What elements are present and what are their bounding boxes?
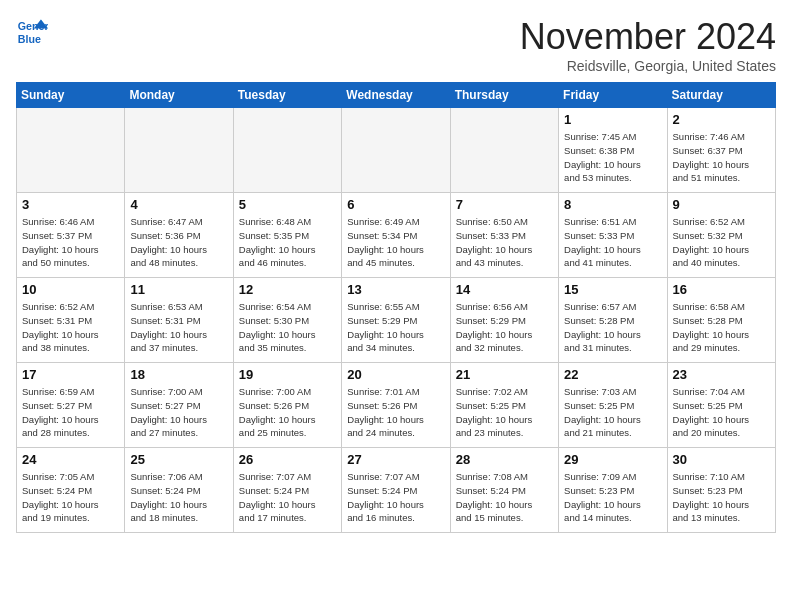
calendar-cell <box>125 108 233 193</box>
month-title: November 2024 <box>520 16 776 58</box>
title-area: November 2024 Reidsville, Georgia, Unite… <box>520 16 776 74</box>
calendar-cell: 21Sunrise: 7:02 AM Sunset: 5:25 PM Dayli… <box>450 363 558 448</box>
day-number: 17 <box>22 367 119 382</box>
day-number: 1 <box>564 112 661 127</box>
day-info: Sunrise: 6:56 AM Sunset: 5:29 PM Dayligh… <box>456 300 553 355</box>
day-info: Sunrise: 6:57 AM Sunset: 5:28 PM Dayligh… <box>564 300 661 355</box>
calendar-cell <box>233 108 341 193</box>
calendar-cell: 2Sunrise: 7:46 AM Sunset: 6:37 PM Daylig… <box>667 108 775 193</box>
calendar-cell: 25Sunrise: 7:06 AM Sunset: 5:24 PM Dayli… <box>125 448 233 533</box>
calendar-cell: 16Sunrise: 6:58 AM Sunset: 5:28 PM Dayli… <box>667 278 775 363</box>
day-info: Sunrise: 7:00 AM Sunset: 5:26 PM Dayligh… <box>239 385 336 440</box>
day-number: 3 <box>22 197 119 212</box>
day-number: 18 <box>130 367 227 382</box>
day-info: Sunrise: 7:07 AM Sunset: 5:24 PM Dayligh… <box>239 470 336 525</box>
calendar-cell: 27Sunrise: 7:07 AM Sunset: 5:24 PM Dayli… <box>342 448 450 533</box>
day-info: Sunrise: 7:05 AM Sunset: 5:24 PM Dayligh… <box>22 470 119 525</box>
weekday-header: Tuesday <box>233 83 341 108</box>
day-number: 19 <box>239 367 336 382</box>
day-number: 9 <box>673 197 770 212</box>
weekday-header: Friday <box>559 83 667 108</box>
calendar-cell: 29Sunrise: 7:09 AM Sunset: 5:23 PM Dayli… <box>559 448 667 533</box>
day-number: 21 <box>456 367 553 382</box>
calendar-cell: 17Sunrise: 6:59 AM Sunset: 5:27 PM Dayli… <box>17 363 125 448</box>
calendar-week-row: 10Sunrise: 6:52 AM Sunset: 5:31 PM Dayli… <box>17 278 776 363</box>
calendar-cell: 23Sunrise: 7:04 AM Sunset: 5:25 PM Dayli… <box>667 363 775 448</box>
calendar-cell: 26Sunrise: 7:07 AM Sunset: 5:24 PM Dayli… <box>233 448 341 533</box>
day-info: Sunrise: 7:09 AM Sunset: 5:23 PM Dayligh… <box>564 470 661 525</box>
weekday-header: Saturday <box>667 83 775 108</box>
day-info: Sunrise: 6:52 AM Sunset: 5:32 PM Dayligh… <box>673 215 770 270</box>
day-info: Sunrise: 6:54 AM Sunset: 5:30 PM Dayligh… <box>239 300 336 355</box>
day-number: 30 <box>673 452 770 467</box>
calendar-cell: 24Sunrise: 7:05 AM Sunset: 5:24 PM Dayli… <box>17 448 125 533</box>
calendar-cell: 12Sunrise: 6:54 AM Sunset: 5:30 PM Dayli… <box>233 278 341 363</box>
day-info: Sunrise: 7:06 AM Sunset: 5:24 PM Dayligh… <box>130 470 227 525</box>
day-number: 25 <box>130 452 227 467</box>
weekday-header: Thursday <box>450 83 558 108</box>
weekday-header: Wednesday <box>342 83 450 108</box>
calendar-cell <box>17 108 125 193</box>
day-number: 5 <box>239 197 336 212</box>
calendar-cell <box>342 108 450 193</box>
weekday-header: Sunday <box>17 83 125 108</box>
day-number: 20 <box>347 367 444 382</box>
day-info: Sunrise: 6:51 AM Sunset: 5:33 PM Dayligh… <box>564 215 661 270</box>
day-number: 13 <box>347 282 444 297</box>
calendar-cell: 9Sunrise: 6:52 AM Sunset: 5:32 PM Daylig… <box>667 193 775 278</box>
day-number: 7 <box>456 197 553 212</box>
page-header: General Blue November 2024 Reidsville, G… <box>16 16 776 74</box>
calendar-cell: 8Sunrise: 6:51 AM Sunset: 5:33 PM Daylig… <box>559 193 667 278</box>
day-number: 14 <box>456 282 553 297</box>
calendar-cell: 14Sunrise: 6:56 AM Sunset: 5:29 PM Dayli… <box>450 278 558 363</box>
day-info: Sunrise: 6:52 AM Sunset: 5:31 PM Dayligh… <box>22 300 119 355</box>
weekday-header-row: SundayMondayTuesdayWednesdayThursdayFrid… <box>17 83 776 108</box>
calendar-cell: 13Sunrise: 6:55 AM Sunset: 5:29 PM Dayli… <box>342 278 450 363</box>
calendar-cell: 15Sunrise: 6:57 AM Sunset: 5:28 PM Dayli… <box>559 278 667 363</box>
svg-text:Blue: Blue <box>18 33 41 45</box>
day-info: Sunrise: 6:59 AM Sunset: 5:27 PM Dayligh… <box>22 385 119 440</box>
day-info: Sunrise: 6:47 AM Sunset: 5:36 PM Dayligh… <box>130 215 227 270</box>
logo: General Blue <box>16 16 48 48</box>
day-number: 27 <box>347 452 444 467</box>
day-info: Sunrise: 6:58 AM Sunset: 5:28 PM Dayligh… <box>673 300 770 355</box>
day-number: 16 <box>673 282 770 297</box>
day-info: Sunrise: 6:55 AM Sunset: 5:29 PM Dayligh… <box>347 300 444 355</box>
day-number: 4 <box>130 197 227 212</box>
day-info: Sunrise: 7:46 AM Sunset: 6:37 PM Dayligh… <box>673 130 770 185</box>
day-info: Sunrise: 6:46 AM Sunset: 5:37 PM Dayligh… <box>22 215 119 270</box>
calendar-cell: 28Sunrise: 7:08 AM Sunset: 5:24 PM Dayli… <box>450 448 558 533</box>
calendar-cell: 3Sunrise: 6:46 AM Sunset: 5:37 PM Daylig… <box>17 193 125 278</box>
calendar-cell: 11Sunrise: 6:53 AM Sunset: 5:31 PM Dayli… <box>125 278 233 363</box>
day-info: Sunrise: 7:01 AM Sunset: 5:26 PM Dayligh… <box>347 385 444 440</box>
calendar-cell: 19Sunrise: 7:00 AM Sunset: 5:26 PM Dayli… <box>233 363 341 448</box>
day-number: 22 <box>564 367 661 382</box>
calendar-cell: 22Sunrise: 7:03 AM Sunset: 5:25 PM Dayli… <box>559 363 667 448</box>
day-number: 26 <box>239 452 336 467</box>
calendar-cell <box>450 108 558 193</box>
day-info: Sunrise: 6:49 AM Sunset: 5:34 PM Dayligh… <box>347 215 444 270</box>
calendar-cell: 4Sunrise: 6:47 AM Sunset: 5:36 PM Daylig… <box>125 193 233 278</box>
day-number: 8 <box>564 197 661 212</box>
calendar-cell: 1Sunrise: 7:45 AM Sunset: 6:38 PM Daylig… <box>559 108 667 193</box>
calendar-table: SundayMondayTuesdayWednesdayThursdayFrid… <box>16 82 776 533</box>
day-info: Sunrise: 7:03 AM Sunset: 5:25 PM Dayligh… <box>564 385 661 440</box>
calendar-week-row: 1Sunrise: 7:45 AM Sunset: 6:38 PM Daylig… <box>17 108 776 193</box>
calendar-week-row: 17Sunrise: 6:59 AM Sunset: 5:27 PM Dayli… <box>17 363 776 448</box>
day-info: Sunrise: 7:04 AM Sunset: 5:25 PM Dayligh… <box>673 385 770 440</box>
day-number: 10 <box>22 282 119 297</box>
day-info: Sunrise: 7:10 AM Sunset: 5:23 PM Dayligh… <box>673 470 770 525</box>
day-number: 2 <box>673 112 770 127</box>
calendar-cell: 7Sunrise: 6:50 AM Sunset: 5:33 PM Daylig… <box>450 193 558 278</box>
day-info: Sunrise: 7:07 AM Sunset: 5:24 PM Dayligh… <box>347 470 444 525</box>
day-info: Sunrise: 6:48 AM Sunset: 5:35 PM Dayligh… <box>239 215 336 270</box>
location: Reidsville, Georgia, United States <box>520 58 776 74</box>
day-info: Sunrise: 7:02 AM Sunset: 5:25 PM Dayligh… <box>456 385 553 440</box>
day-number: 29 <box>564 452 661 467</box>
calendar-cell: 20Sunrise: 7:01 AM Sunset: 5:26 PM Dayli… <box>342 363 450 448</box>
day-number: 12 <box>239 282 336 297</box>
day-info: Sunrise: 7:00 AM Sunset: 5:27 PM Dayligh… <box>130 385 227 440</box>
day-number: 11 <box>130 282 227 297</box>
logo-icon: General Blue <box>16 16 48 48</box>
day-info: Sunrise: 6:50 AM Sunset: 5:33 PM Dayligh… <box>456 215 553 270</box>
